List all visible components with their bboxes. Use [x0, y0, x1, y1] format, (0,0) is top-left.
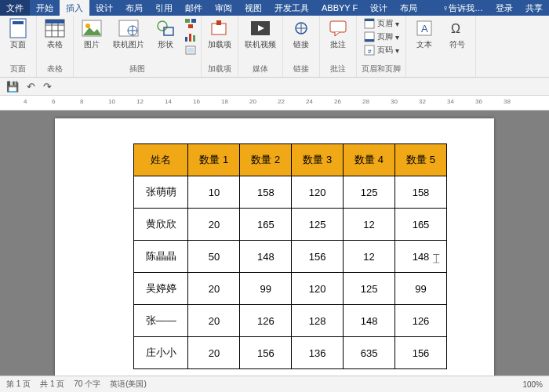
table-cell[interactable]: 158: [395, 176, 447, 209]
table-header[interactable]: 数量 2: [240, 144, 292, 176]
login-button[interactable]: 登录: [489, 0, 519, 16]
table-cell[interactable]: 99: [395, 273, 447, 305]
redo-button[interactable]: ↷: [43, 81, 52, 93]
table-cell[interactable]: 99: [240, 273, 292, 305]
table-row[interactable]: 陈晶晶5014815612148: [134, 241, 447, 273]
table-header[interactable]: 姓名: [134, 144, 188, 176]
table-cell[interactable]: 125: [292, 209, 344, 241]
table-cell[interactable]: 165: [395, 209, 447, 241]
table-row[interactable]: 庄小小20156136635156: [134, 337, 447, 369]
table-cell[interactable]: 148: [240, 241, 292, 273]
table-cell[interactable]: 张萌萌: [134, 176, 188, 209]
group-page: 页面: [10, 64, 26, 75]
shapes-button[interactable]: 形状: [152, 17, 179, 49]
chart-button[interactable]: [185, 31, 196, 43]
table-cell[interactable]: 12: [344, 209, 395, 241]
table-cell[interactable]: 20: [188, 337, 240, 369]
table-header[interactable]: 数量 1: [188, 144, 240, 176]
online-video-button[interactable]: 联机视频: [243, 17, 278, 49]
footer-button[interactable]: 页脚 ▾: [364, 31, 399, 43]
tab-abbyy[interactable]: ABBYY F: [315, 0, 364, 16]
page-number-button[interactable]: #页码 ▾: [364, 44, 399, 56]
table-cell[interactable]: 635: [344, 337, 395, 369]
table-cell[interactable]: 128: [292, 305, 344, 337]
table-cell[interactable]: 156: [395, 337, 447, 369]
undo-button[interactable]: ↶: [27, 81, 35, 93]
online-picture-button[interactable]: 联机图片: [111, 17, 146, 49]
quick-access-toolbar: 💾 ↶ ↷: [0, 78, 549, 96]
ribbon: 页面 页面 表格 表格 图片 联机图片 形状: [0, 16, 549, 78]
table-cell[interactable]: 156: [292, 241, 344, 273]
table-cell[interactable]: 20: [188, 273, 240, 305]
comment-button[interactable]: 批注: [325, 17, 351, 49]
link-button[interactable]: 链接: [288, 17, 314, 49]
table-cell[interactable]: 20: [188, 305, 240, 337]
tab-table-layout[interactable]: 布局: [394, 0, 424, 16]
smartart-button[interactable]: [185, 17, 196, 30]
ruler-mark: 36: [475, 98, 482, 105]
cover-page-button[interactable]: 页面: [5, 17, 31, 49]
tab-mailings[interactable]: 邮件: [179, 0, 209, 16]
table-cell[interactable]: 158: [240, 176, 292, 209]
table-cell[interactable]: 黄欣欣: [134, 209, 188, 241]
tab-references[interactable]: 引用: [149, 0, 179, 16]
table-cell[interactable]: 136: [292, 337, 344, 369]
save-button[interactable]: 💾: [6, 81, 19, 93]
share-button[interactable]: 共享: [519, 0, 549, 16]
table-cell[interactable]: 126: [240, 305, 292, 337]
document-area[interactable]: 姓名数量 1数量 2数量 3数量 4数量 5 张萌萌10158120125158…: [0, 111, 549, 379]
tab-insert[interactable]: 插入: [60, 0, 89, 16]
group-illustrations: 插图: [129, 64, 145, 75]
table-cell[interactable]: 165: [240, 209, 292, 241]
table-cell[interactable]: 126: [395, 305, 447, 337]
status-word-count[interactable]: 70 个字: [74, 379, 100, 390]
header-button[interactable]: 页眉 ▾: [364, 17, 399, 30]
ruler[interactable]: 468101214161820222426283032343638: [0, 96, 549, 111]
table-row[interactable]: 张——20126128148126: [134, 305, 447, 337]
screenshot-button[interactable]: [185, 44, 196, 56]
table-cell[interactable]: 120: [292, 273, 344, 305]
table-row[interactable]: 黄欣欣2016512512165: [134, 209, 447, 241]
group-links: 链接: [293, 64, 309, 75]
table-cell[interactable]: 12: [344, 241, 395, 273]
tell-me[interactable]: ♀ 告诉我…: [436, 0, 489, 16]
picture-button[interactable]: 图片: [78, 17, 105, 49]
table-cell[interactable]: 20: [188, 209, 240, 241]
textbox-button[interactable]: A 文本: [411, 17, 438, 49]
table-cell[interactable]: 10: [188, 176, 240, 209]
tab-table-design[interactable]: 设计: [364, 0, 394, 16]
tab-home[interactable]: 开始: [30, 0, 60, 16]
symbol-button[interactable]: Ω 符号: [444, 17, 471, 49]
table-cell[interactable]: 陈晶晶: [134, 241, 188, 273]
table-cell[interactable]: 148: [344, 305, 395, 337]
table-button[interactable]: 表格: [42, 17, 68, 49]
tab-layout[interactable]: 布局: [119, 0, 149, 16]
status-page[interactable]: 第 1 页: [6, 379, 31, 390]
tab-file[interactable]: 文件: [0, 0, 30, 16]
zoom-level[interactable]: 100%: [522, 380, 543, 389]
addins-button[interactable]: 加载项: [206, 17, 233, 49]
table-cell[interactable]: 庄小小: [134, 337, 188, 369]
table-cell[interactable]: 125: [344, 273, 395, 305]
table-cell[interactable]: 吴婷婷: [134, 273, 188, 305]
table-cell[interactable]: 50: [188, 241, 240, 273]
table-cell[interactable]: 125: [344, 176, 395, 209]
data-table[interactable]: 姓名数量 1数量 2数量 3数量 4数量 5 张萌萌10158120125158…: [133, 143, 447, 369]
table-header[interactable]: 数量 3: [292, 144, 344, 176]
table-cell[interactable]: 156: [240, 337, 292, 369]
table-row[interactable]: 吴婷婷209912012599: [134, 273, 447, 305]
group-table: 表格: [47, 64, 63, 75]
table-row[interactable]: 张萌萌10158120125158: [134, 176, 447, 209]
table-cell[interactable]: 120: [292, 176, 344, 209]
status-language[interactable]: 英语(美国): [110, 379, 147, 390]
table-cell[interactable]: 张——: [134, 305, 188, 337]
tab-view[interactable]: 视图: [238, 0, 268, 16]
table-header[interactable]: 数量 4: [344, 144, 395, 176]
pagenum-icon: #: [364, 45, 375, 56]
tab-review[interactable]: 审阅: [209, 0, 238, 16]
table-header[interactable]: 数量 5: [395, 144, 447, 176]
header-icon: [364, 18, 375, 29]
svg-rect-16: [188, 24, 193, 28]
tab-developer[interactable]: 开发工具: [268, 0, 315, 16]
tab-design[interactable]: 设计: [89, 0, 119, 16]
